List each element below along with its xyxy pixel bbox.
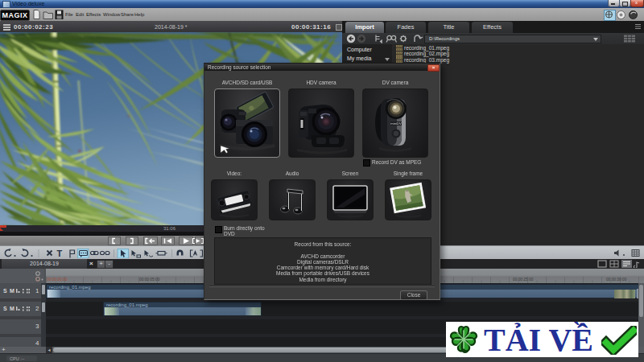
svg-text:T: T	[57, 249, 63, 258]
svg-text:miniDV: miniDV	[390, 121, 402, 125]
